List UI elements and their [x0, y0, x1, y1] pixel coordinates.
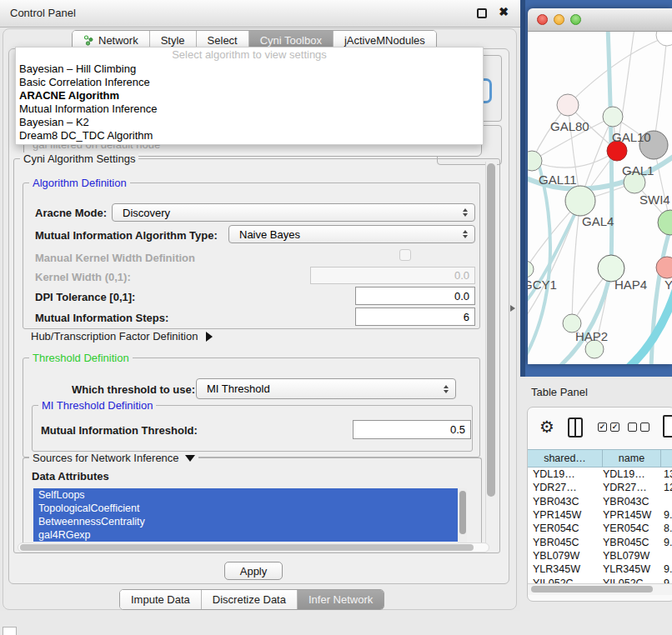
- aracne-mode-select[interactable]: Discovery: [112, 203, 475, 222]
- bottom-tab-infer-network[interactable]: Infer Network: [298, 590, 384, 609]
- panel-splitter-handle-icon[interactable]: [510, 305, 515, 312]
- mi-algorithm-type-select[interactable]: Naive Bayes: [228, 225, 475, 243]
- table-cell: 9.: [661, 509, 672, 521]
- node-label-swi4: SWI4: [639, 192, 670, 207]
- table-cell: 9.: [661, 537, 672, 548]
- algorithm-option-mutual-information-inference[interactable]: Mutual Information Inference: [16, 102, 483, 116]
- bottom-left-partial-widget: [3, 627, 17, 635]
- column-header-clipped[interactable]: [661, 450, 672, 467]
- tab-label: Discretize Data: [213, 593, 286, 606]
- stepper-arrows-icon: [463, 208, 468, 217]
- minimize-traffic-light-icon[interactable]: [554, 14, 564, 25]
- node-GAL4[interactable]: [565, 186, 595, 216]
- select-all-columns-icon[interactable]: ✓ ✓: [598, 422, 619, 432]
- close-traffic-light-icon[interactable]: [537, 14, 548, 25]
- screen: Control Panel ✖ gal filtered on default …: [0, 0, 672, 635]
- table-row[interactable]: YLR345WYLR345W9.: [528, 562, 672, 576]
- node-GAL10[interactable]: [603, 107, 623, 127]
- node-label-gal11: GAL11: [539, 172, 577, 187]
- gear-icon[interactable]: ⚙: [539, 417, 554, 437]
- node-label-gcy1: GCY1: [528, 278, 557, 292]
- which-threshold-label: Which threshold to use:: [72, 380, 195, 398]
- settings-horizontal-scrollbar[interactable]: [18, 542, 489, 552]
- dpi-tolerance-field[interactable]: 0.0: [355, 287, 475, 305]
- zoom-traffic-light-icon[interactable]: [570, 14, 581, 25]
- network-edge[interactable]: [568, 37, 667, 105]
- table-cell: YBR043C: [528, 496, 603, 508]
- algorithm-option-bayesian-k2[interactable]: Bayesian – K2: [16, 116, 483, 129]
- algorithm-option-bayesian-hill-climbing[interactable]: Bayesian – Hill Climbing: [16, 62, 483, 76]
- table-row[interactable]: YBL079WYBL079W: [528, 549, 672, 562]
- bottom-tab-discretize-data[interactable]: Discretize Data: [202, 590, 298, 609]
- data-attributes-list[interactable]: SelfLoopsTopologicalCoefficientBetweenne…: [33, 488, 467, 543]
- node-label-gal10: GAL10: [612, 130, 651, 144]
- apply-button[interactable]: Apply: [224, 562, 283, 580]
- hub-definition-expander[interactable]: Hub/Transcription Factor Definition: [31, 330, 213, 342]
- scrollbar-thumb[interactable]: [487, 163, 495, 497]
- attribute-betweennesscentrality[interactable]: BetweennessCentrality: [33, 515, 458, 528]
- node-GAL80[interactable]: [557, 94, 579, 116]
- kernel-width-value: 0.0: [454, 269, 469, 282]
- table-horizontal-scrollbar[interactable]: [528, 583, 672, 595]
- attribute-gal4rgexp[interactable]: gal4RGexp: [33, 528, 458, 542]
- export-file-icon[interactable]: [663, 415, 672, 438]
- tab-label: Network: [98, 34, 138, 47]
- attributes-scrollbar[interactable]: [458, 488, 467, 543]
- network-canvas[interactable]: GAL80GAL10GAL1GAL11SWI4GAL4GCY1HAP4YHAP2: [528, 32, 672, 364]
- network-edge[interactable]: [654, 35, 667, 145]
- algorithm-option-dream8-dc-tdc-algorithm[interactable]: Dream8 DC_TDC Algorithm: [16, 129, 483, 142]
- scrollbar-thumb[interactable]: [531, 586, 653, 592]
- table-rows: YDL19…YDL19…13YDR27…YDR27…12YBR043CYBR04…: [528, 468, 672, 583]
- kernel-width-field[interactable]: 0.0: [310, 267, 475, 284]
- table-row[interactable]: YIL052CYIL052C9: [528, 576, 672, 583]
- table-cell: YER054C: [528, 522, 603, 534]
- network-window-titlebar[interactable]: [528, 8, 672, 32]
- node-unlabeled-green[interactable]: [658, 210, 672, 235]
- node-GCY1[interactable]: [528, 261, 534, 278]
- table-cell: YDR27…: [603, 482, 661, 493]
- table-row[interactable]: YBR043CYBR043C: [528, 495, 672, 508]
- table-panel-title: Table Panel: [531, 386, 588, 398]
- table-cell: 12: [661, 482, 672, 493]
- scrollbar-thumb[interactable]: [459, 491, 466, 534]
- settings-vertical-scrollbar[interactable]: [485, 162, 497, 548]
- collapse-down-icon: [185, 455, 195, 462]
- algorithm-option-basic-correlation-inference[interactable]: Basic Correlation Inference: [16, 76, 483, 89]
- node-label-gal80: GAL80: [550, 119, 589, 133]
- attribute-items: SelfLoopsTopologicalCoefficientBetweenne…: [33, 488, 467, 542]
- table-row[interactable]: YBR045CYBR045C9.: [528, 535, 672, 548]
- table-row[interactable]: YDL19…YDL19…13: [528, 468, 672, 481]
- which-threshold-select[interactable]: MI Threshold: [196, 378, 456, 399]
- mi-steps-field[interactable]: 6: [355, 308, 475, 326]
- deselect-all-columns-icon[interactable]: [628, 422, 649, 432]
- table-row[interactable]: YPR145WYPR145W9.: [528, 508, 672, 522]
- float-window-icon[interactable]: [477, 8, 487, 18]
- node-table-container: ⚙ ✓ ✓ shared…name YDL19…YDL19…13YDR27…YD…: [527, 407, 672, 602]
- bottom-tab-impute-data[interactable]: Impute Data: [120, 590, 202, 609]
- node-label-hap4: HAP4: [614, 278, 647, 292]
- table-row[interactable]: YDR27…YDR27…12: [528, 481, 672, 494]
- column-header-name[interactable]: name: [603, 450, 661, 467]
- algorithm-definition-title: Algorithm Definition: [29, 177, 130, 189]
- table-cell: YBR045C: [603, 537, 661, 548]
- close-icon[interactable]: ✖: [499, 5, 509, 18]
- node-unlabeled-top[interactable]: [656, 32, 672, 46]
- column-header-shared[interactable]: shared…: [528, 450, 603, 467]
- attribute-selfloops[interactable]: SelfLoops: [33, 488, 458, 502]
- sources-group: Sources for Network Inference Data Attri…: [23, 458, 482, 552]
- table-cell: YLR345W: [528, 563, 603, 575]
- table-row[interactable]: YER054CYER054C8.: [528, 522, 672, 535]
- attribute-topologicalcoefficient[interactable]: TopologicalCoefficient: [33, 502, 458, 515]
- table-cell: YBR045C: [528, 537, 603, 548]
- scrollbar-thumb[interactable]: [20, 544, 474, 551]
- manual-kernel-width-checkbox[interactable]: [399, 249, 411, 261]
- aracne-mode-value: Discovery: [123, 207, 456, 219]
- tab-label: Style: [161, 34, 185, 47]
- table-cell: YBL079W: [603, 550, 661, 562]
- network-icon: [83, 35, 93, 46]
- split-columns-icon[interactable]: [568, 418, 583, 438]
- sources-title[interactable]: Sources for Network Inference: [29, 452, 198, 464]
- table-cell: 9: [661, 578, 672, 583]
- algorithm-option-aracne-algorithm[interactable]: ARACNE Algorithm: [16, 89, 483, 102]
- mi-threshold-field[interactable]: 0.5: [353, 420, 471, 439]
